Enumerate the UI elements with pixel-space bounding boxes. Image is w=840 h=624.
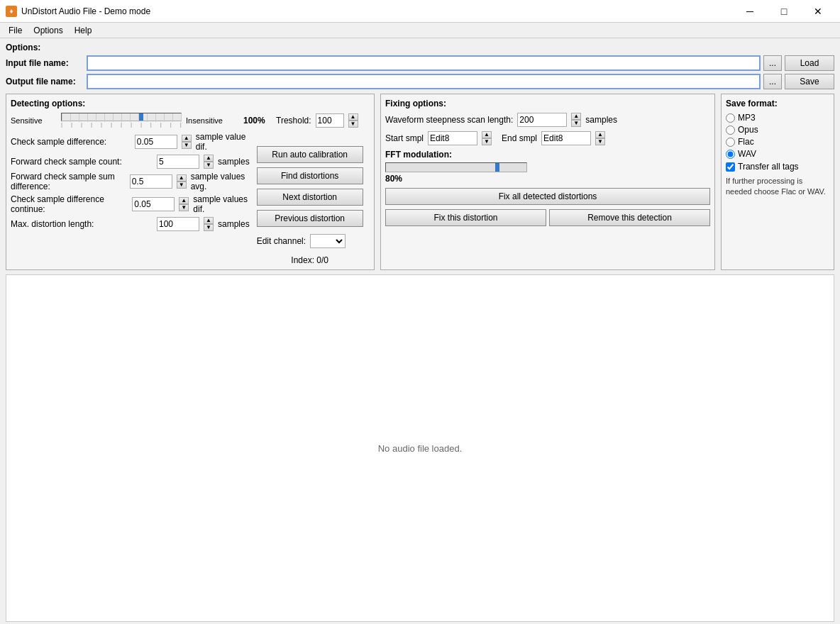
spinner-0-down[interactable]: ▼ — [182, 142, 192, 149]
start-smpl-up[interactable]: ▲ — [482, 131, 492, 138]
radio-opus-input[interactable] — [726, 126, 735, 135]
spinner-2-down[interactable]: ▼ — [177, 182, 187, 189]
output-file-label: Output file name: — [6, 77, 84, 87]
radio-mp3-input[interactable] — [726, 113, 735, 123]
threshold-up[interactable]: ▲ — [348, 113, 358, 121]
fix-detection-row: Fix this distortion Remove this detectio… — [385, 209, 710, 226]
close-button[interactable]: ✕ — [802, 0, 834, 23]
waveform-unit: samples — [585, 115, 617, 125]
save-button[interactable]: Save — [785, 74, 834, 89]
output-file-field[interactable] — [87, 74, 761, 89]
fix-all-button[interactable]: Fix all detected distortions — [385, 188, 710, 205]
input-file-field[interactable] — [87, 55, 761, 71]
radio-opus-label[interactable]: Opus — [738, 125, 758, 135]
radio-wav: WAV — [726, 149, 829, 159]
main-content: Options: Input file name: ... Load Outpu… — [0, 38, 840, 624]
fixing-options-label: Fixing options: — [385, 99, 710, 108]
spinner-row-3: Check sample difference continue: ▲▼ sam… — [11, 194, 250, 214]
fix-this-button[interactable]: Fix this distortion — [385, 209, 546, 226]
spinner-input-1[interactable] — [157, 155, 199, 169]
edit-channel-label: Edit channel: — [257, 236, 306, 246]
detect-params: Check sample difference: ▲▼ sample value… — [11, 132, 250, 265]
options-area: Detecting options: Sensitive |||||||||||… — [6, 94, 834, 270]
output-browse-button[interactable]: ... — [763, 74, 782, 89]
transfer-tags-label[interactable]: Transfer all tags — [738, 162, 799, 172]
menu-options[interactable]: Options — [28, 24, 68, 37]
maximize-button[interactable]: □ — [768, 0, 800, 23]
input-file-row: Input file name: ... Load — [6, 55, 834, 71]
spinner-row-1: Forward check sample count: ▲▼ samples — [11, 155, 250, 169]
sensitivity-slider-thumb — [139, 113, 143, 121]
radio-flac-input[interactable] — [726, 138, 735, 147]
spinner-label-3: Check sample difference continue: — [11, 194, 128, 214]
spinner-input-0[interactable] — [135, 135, 177, 149]
sensitivity-row: Sensitive ||||||||||||| Insensitive 100%… — [11, 113, 370, 128]
index-label: Index: 0/0 — [257, 255, 363, 265]
detect-center-area: Check sample difference: ▲▼ sample value… — [11, 132, 370, 265]
waveform-input[interactable] — [517, 113, 567, 127]
options-label: Options: — [6, 43, 834, 52]
radio-mp3-label[interactable]: MP3 — [738, 113, 756, 123]
radio-flac: Flac — [726, 137, 829, 147]
fixing-options-panel: Fixing options: Waveform steepness scan … — [380, 94, 715, 270]
spinner-row-4: Max. distortion length: ▲▼ samples — [11, 217, 250, 231]
next-distortion-button[interactable]: Next distortion — [257, 189, 363, 206]
spinner-label-2: Forward check sample sum difference: — [11, 172, 126, 191]
threshold-spinner: ▲ ▼ — [348, 113, 358, 128]
waveform-up[interactable]: ▲ — [571, 113, 581, 120]
radio-mp3: MP3 — [726, 113, 829, 123]
radio-opus: Opus — [726, 125, 829, 135]
spinner-3-up[interactable]: ▲ — [179, 197, 189, 204]
title-bar-controls: ─ □ ✕ — [734, 0, 834, 23]
transfer-tags-checkbox[interactable] — [726, 162, 735, 172]
find-distortions-button[interactable]: Find distortions — [257, 167, 363, 184]
transfer-tags-row: Transfer all tags — [726, 162, 829, 172]
spinner-2-up[interactable]: ▲ — [177, 174, 187, 182]
detecting-options-label: Detecting options: — [11, 99, 370, 108]
run-auto-calibration-button[interactable]: Run auto calibration — [257, 146, 363, 163]
load-button[interactable]: Load — [785, 55, 834, 71]
previous-distortion-button[interactable]: Previous distortion — [257, 210, 363, 227]
input-file-label: Input file name: — [6, 58, 84, 68]
spinner-0-up[interactable]: ▲ — [182, 135, 192, 142]
minimize-button[interactable]: ─ — [734, 0, 766, 23]
fft-section: FFT modulation: 80% — [385, 150, 710, 184]
radio-wav-label[interactable]: WAV — [738, 149, 756, 159]
waveform-row: Waveform steepness scan length: ▲▼ sampl… — [385, 113, 710, 127]
remove-detection-button[interactable]: Remove this detection — [549, 209, 710, 226]
title-bar: ♦ UnDistort Audio File - Demo mode ─ □ ✕ — [0, 0, 840, 23]
end-smpl-label: End smpl — [502, 133, 537, 143]
spinner-input-4[interactable] — [157, 217, 199, 231]
end-smpl-down[interactable]: ▼ — [595, 138, 605, 145]
spinner-input-3[interactable] — [132, 197, 175, 211]
threshold-input[interactable] — [316, 113, 344, 128]
end-smpl-up[interactable]: ▲ — [595, 131, 605, 138]
threshold-down[interactable]: ▼ — [348, 121, 358, 128]
app-icon: ♦ — [6, 6, 17, 17]
spinner-4-down[interactable]: ▼ — [204, 224, 214, 231]
start-smpl-input[interactable] — [428, 131, 477, 145]
spinner-3-down[interactable]: ▼ — [179, 204, 189, 211]
spinner-input-2[interactable] — [130, 174, 172, 189]
edit-channel-combo[interactable] — [310, 234, 346, 248]
format-radio-group: MP3 Opus Flac WAV — [726, 113, 829, 159]
spinner-1-down[interactable]: ▼ — [204, 162, 214, 169]
fft-slider-track[interactable] — [385, 162, 527, 172]
sensitivity-slider-track[interactable] — [61, 113, 182, 121]
radio-flac-label[interactable]: Flac — [738, 137, 754, 147]
waveform-down[interactable]: ▼ — [571, 120, 581, 127]
radio-wav-input[interactable] — [726, 150, 735, 159]
fft-slider-thumb — [495, 163, 499, 172]
input-browse-button[interactable]: ... — [763, 55, 782, 71]
spinner-4-up[interactable]: ▲ — [204, 217, 214, 224]
menu-help[interactable]: Help — [69, 24, 98, 37]
menu-file[interactable]: File — [3, 24, 28, 37]
fft-label: FFT modulation: — [385, 150, 452, 160]
no-file-text: No audio file loaded. — [378, 443, 463, 454]
sensitive-label: Sensitive — [11, 116, 57, 125]
start-smpl-label: Start smpl — [385, 133, 424, 143]
threshold-label: Treshold: — [276, 116, 311, 126]
start-smpl-down[interactable]: ▼ — [482, 138, 492, 145]
end-smpl-input[interactable] — [541, 131, 591, 145]
spinner-1-up[interactable]: ▲ — [204, 155, 214, 162]
